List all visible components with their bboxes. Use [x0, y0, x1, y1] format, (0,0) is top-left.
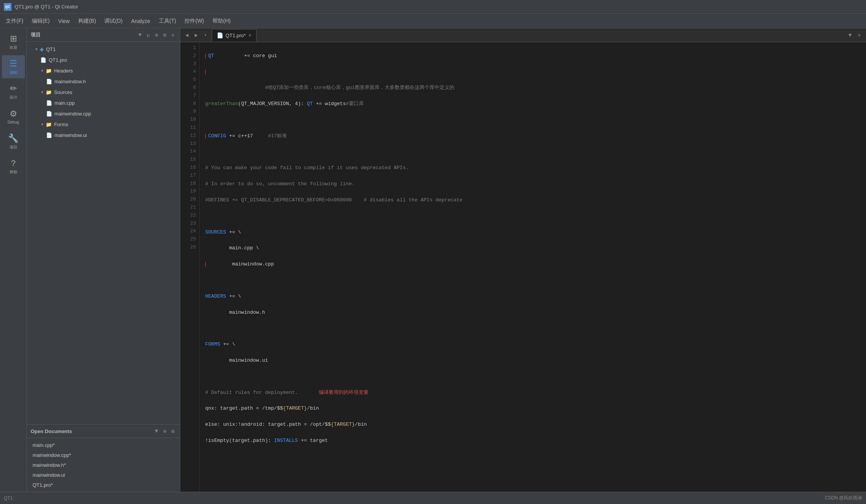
editor-area: ◀ ▶ ▾ 📄 QT1.pro* ✕ ▼ ✕ 1 2 3 4 5 6 7 8 [180, 28, 866, 492]
open-docs-max[interactable]: ⊞ [170, 427, 176, 435]
open-docs-add[interactable]: ⊕ [161, 427, 168, 435]
tab-close-btn[interactable]: ✕ [248, 33, 252, 38]
sidebar-icons: ⊞ 欢迎 ☰ 编辑 ✏ 设计 ⚙ Debug 🔧 项目 ? 帮助 [0, 28, 27, 492]
tree-item-qt1[interactable]: ▼ ◆ QT1 [27, 44, 180, 54]
forms-label: Forms [54, 122, 68, 127]
tab-qt1pro[interactable]: 📄 QT1.pro* ✕ [212, 29, 257, 41]
design-label: 设计 [10, 95, 17, 100]
open-doc-mwh-label: mainwindow.h* [33, 462, 66, 468]
mwui-icon: 📄 [46, 132, 52, 138]
file-tree: ▼ ◆ QT1 📄 QT1.pro ▼ 📁 Headers 📄 mainwind… [27, 42, 180, 424]
max-btn[interactable]: ⊞ [161, 31, 168, 39]
edit-icon: ☰ [10, 59, 17, 69]
sync-btn[interactable]: ↻ [145, 31, 151, 39]
close-panel-btn[interactable]: ✕ [170, 31, 176, 39]
qt1pro-icon: 📄 [40, 57, 46, 63]
maincpp-label: main.cpp [54, 100, 75, 106]
mwh-icon: 📄 [46, 79, 52, 84]
debug-icon: ⚙ [10, 109, 17, 119]
tab-forward-btn[interactable]: ▶ [191, 30, 201, 40]
dropdown-btn[interactable]: ▼ [845, 30, 854, 40]
menu-item-view[interactable]: View [54, 16, 74, 26]
menu-item-w[interactable]: 控件(W) [181, 16, 208, 26]
tree-item-sources[interactable]: ▼ 📁 Sources [27, 87, 180, 97]
status-bar: QT1 CSDN @风吹雨淋 [0, 492, 866, 504]
arrow-sources: ▼ [40, 90, 44, 94]
open-doc-mwui-label: mainwindow.ui [33, 472, 65, 478]
watermark: CSDN @风吹雨淋 [825, 495, 862, 501]
open-docs-list: main.cpp* mainwindow.cpp* mainwindow.h* … [27, 438, 180, 492]
sidebar-btn-design[interactable]: ✏ 设计 [2, 80, 25, 103]
tree-item-forms[interactable]: ▼ 📁 Forms [27, 119, 180, 130]
menu-bar: 文件(F)编辑(E)View构建(B)调试(D)Analyze工具(T)控件(W… [0, 14, 866, 28]
code-editor[interactable]: 1 2 3 4 5 6 7 8 9 10 11 12 13 14 15 16 1… [180, 42, 866, 492]
open-doc-mainwindow-cpp[interactable]: mainwindow.cpp* [27, 450, 180, 460]
menu-item-h[interactable]: 帮助(H) [209, 16, 234, 26]
tab-menu-btn[interactable]: ▾ [201, 30, 210, 40]
project-icon: 🔧 [8, 133, 18, 143]
menu-item-b[interactable]: 构建(B) [74, 16, 100, 26]
sidebar-btn-welcome[interactable]: ⊞ 欢迎 [2, 30, 25, 53]
app-icon: QC [4, 3, 12, 11]
menu-item-analyze[interactable]: Analyze [127, 16, 154, 26]
sources-icon: 📁 [46, 89, 52, 95]
menu-item-t[interactable]: 工具(T) [155, 16, 180, 26]
tree-item-mainwindow-h[interactable]: 📄 mainwindow.h [27, 76, 180, 87]
debug-label: Debug [8, 120, 19, 124]
tab-label: QT1.pro* [226, 33, 246, 38]
tree-item-headers[interactable]: ▼ 📁 Headers [27, 65, 180, 76]
headers-label: Headers [54, 68, 73, 74]
maincpp-icon: 📄 [46, 100, 52, 106]
sources-label: Sources [54, 89, 72, 95]
tab-icon: 📄 [217, 32, 223, 38]
open-doc-main-cpp-label: main.cpp* [33, 442, 55, 448]
open-doc-mwcpp-label: mainwindow.cpp* [33, 452, 71, 458]
tree-item-mainwindow-ui[interactable]: 📄 mainwindow.ui [27, 130, 180, 140]
tree-item-main-cpp[interactable]: 📄 main.cpp [27, 97, 180, 108]
help-label: 帮助 [10, 170, 17, 175]
sidebar-btn-edit[interactable]: ☰ 编辑 [2, 55, 25, 78]
code-content[interactable]: |QT += core gui | #给QT添加一些类库，core核心库，gui… [199, 42, 866, 492]
menu-item-d[interactable]: 调试(D) [100, 16, 126, 26]
mwcpp-icon: 📄 [46, 111, 52, 117]
sidebar-btn-help[interactable]: ? 帮助 [2, 155, 25, 178]
open-docs-title: Open Documents [31, 428, 72, 434]
close-editor-btn[interactable]: ✕ [855, 30, 864, 40]
tab-back-btn[interactable]: ◀ [182, 30, 191, 40]
panel-actions: ▼ ↻ ⊕ ⊞ ✕ [137, 31, 176, 39]
open-docs-panel: Open Documents ▼ ⊕ ⊞ main.cpp* mainwindo… [27, 424, 180, 492]
headers-icon: 📁 [46, 68, 52, 74]
welcome-icon: ⊞ [10, 34, 17, 44]
panel-title: 项目 [31, 31, 41, 38]
design-icon: ✏ [10, 84, 17, 94]
menu-item-f[interactable]: 文件(F) [2, 16, 27, 26]
open-doc-mainwindow-h[interactable]: mainwindow.h* [27, 460, 180, 470]
arrow-forms: ▼ [40, 122, 44, 127]
filter-btn[interactable]: ▼ [137, 31, 143, 39]
help-icon: ? [11, 158, 15, 168]
open-docs-actions: ▼ ⊕ ⊞ [153, 427, 176, 435]
sidebar-btn-debug[interactable]: ⚙ Debug [2, 105, 25, 128]
open-docs-dropdown[interactable]: ▼ [153, 427, 160, 435]
main-layout: ⊞ 欢迎 ☰ 编辑 ✏ 设计 ⚙ Debug 🔧 项目 ? 帮助 项目 ▼ [0, 28, 866, 492]
edit-label: 编辑 [10, 70, 17, 75]
open-doc-mainwindow-ui[interactable]: mainwindow.ui [27, 470, 180, 480]
open-doc-main-cpp[interactable]: main.cpp* [27, 440, 180, 450]
forms-icon: 📁 [46, 122, 52, 127]
tree-item-qt1pro[interactable]: 📄 QT1.pro [27, 54, 180, 65]
project-panel: 项目 ▼ ↻ ⊕ ⊞ ✕ ▼ ◆ QT1 📄 QT1.pro [27, 28, 180, 492]
tree-item-mainwindow-cpp[interactable]: 📄 mainwindow.cpp [27, 108, 180, 119]
arrow-headers: ▼ [40, 69, 44, 73]
open-doc-qt1pro[interactable]: QT1.pro* [27, 480, 180, 490]
mwui-label: mainwindow.ui [54, 132, 87, 138]
arrow-qt1: ▼ [35, 47, 38, 51]
title-text: QT1.pro @ QT1 - Qt Creator [15, 4, 78, 10]
sidebar-btn-project[interactable]: 🔧 项目 [2, 130, 25, 153]
qt1-label: QT1 [46, 46, 56, 52]
menu-item-e[interactable]: 编辑(E) [28, 16, 54, 26]
editor-tabs: ◀ ▶ ▾ 📄 QT1.pro* ✕ ▼ ✕ [180, 28, 866, 42]
open-doc-qt1pro-label: QT1.pro* [33, 482, 53, 488]
qt1-icon: ◆ [40, 46, 44, 52]
mwh-label: mainwindow.h [54, 79, 86, 84]
link-btn[interactable]: ⊕ [153, 31, 160, 39]
